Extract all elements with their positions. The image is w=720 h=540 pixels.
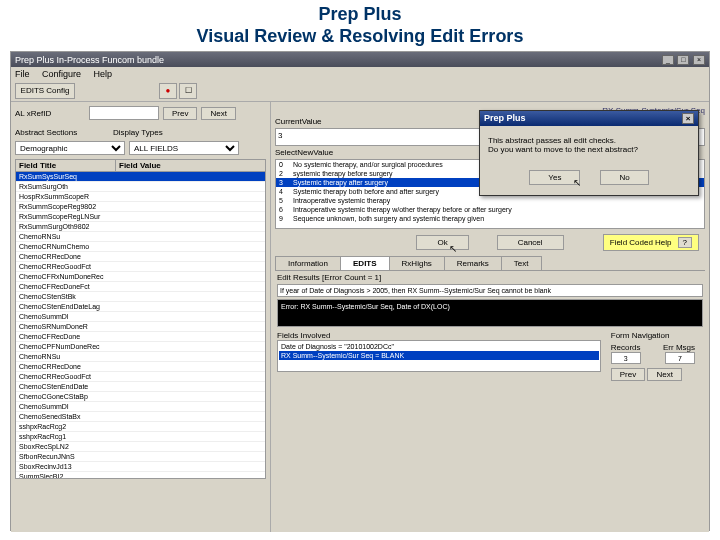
field-list-row[interactable]: ChemoCPFNumDoneRec xyxy=(16,342,265,352)
edits-tab-panel: Edit Results [Error Count = 1] If year o… xyxy=(275,271,705,383)
select-option-row[interactable]: 5Intraoperative systemic therapy xyxy=(276,196,704,205)
dialog-no-button[interactable]: No xyxy=(600,170,648,185)
field-list-row[interactable]: RxSummSurgOth9802 xyxy=(16,222,265,232)
dialog-line2: Do you want to move to the next abstract… xyxy=(488,145,690,154)
field-list-row[interactable]: ChemoCRRecGoodFct xyxy=(16,372,265,382)
edits-config-button[interactable]: EDITS Config xyxy=(15,83,75,99)
field-list-row[interactable]: ChemoCFRecDoneFct xyxy=(16,282,265,292)
dialog-line1: This abstract passes all edit checks. xyxy=(488,136,690,145)
window-controls: _ □ × xyxy=(661,54,705,65)
field-list-row[interactable]: SboxRecinvJd13 xyxy=(16,462,265,472)
prev-button[interactable]: Prev xyxy=(163,107,197,120)
fields-involved-label: Fields Involved xyxy=(277,331,601,340)
edit-results-box: If year of Date of Diagnosis > 2005, the… xyxy=(277,284,703,297)
field-list-row[interactable]: ChemoCRRecDone xyxy=(16,252,265,262)
titlebar: Prep Plus In-Process Funcom bundle _ □ × xyxy=(11,52,709,67)
ok-button[interactable]: Ok xyxy=(416,235,468,250)
toolbar: EDITS Config ● ☐ xyxy=(11,81,709,102)
exit-icon[interactable]: ☐ xyxy=(179,83,197,99)
right-panel: RX Summ-Systemic/Sur Seq CurrentValue 3 … xyxy=(271,102,709,532)
tab-remarks[interactable]: Remarks xyxy=(444,256,502,270)
form-navigation: Form Navigation Records Err Msgs Prev Ne… xyxy=(611,331,703,381)
field-list-row[interactable]: ChemoSenedStaBx xyxy=(16,412,265,422)
sections-select[interactable]: Demographic xyxy=(15,141,125,155)
field-list-row[interactable]: sshpxRacRcg2 xyxy=(16,422,265,432)
field-list-row[interactable]: ChemoCRNumChemo xyxy=(16,242,265,252)
field-list-row[interactable]: SfbonRecunJNnS xyxy=(16,452,265,462)
menu-file[interactable]: File xyxy=(15,69,30,79)
refid-label: AL xRefID xyxy=(15,109,85,118)
col-field-title: Field Title xyxy=(16,160,116,171)
cursor-icon: ↖ xyxy=(573,177,581,188)
tab-rxhighs[interactable]: RxHighs xyxy=(389,256,445,270)
nav-prev-button[interactable]: Prev xyxy=(611,368,645,381)
sections-label: Abstract Sections xyxy=(15,128,85,137)
help-icon[interactable]: ? xyxy=(678,237,692,248)
menubar: File Configure Help xyxy=(11,67,709,81)
menu-configure[interactable]: Configure xyxy=(42,69,81,79)
field-list-row[interactable]: ChemoCRRecDone xyxy=(16,362,265,372)
left-panel: AL xRefID Prev Next Abstract Sections Di… xyxy=(11,102,271,532)
col-field-value: Field Value xyxy=(116,160,265,171)
field-list-row[interactable]: ChemoSummDI xyxy=(16,402,265,412)
field-coded-help[interactable]: Field Coded Help ? xyxy=(603,234,699,251)
slide-title-1: Prep Plus xyxy=(0,4,720,26)
select-option-row[interactable]: 6Intraoperative systemic therapy w/other… xyxy=(276,205,704,214)
fields-involved-row[interactable]: RX Summ--Systemic/Sur Seq = BLANK xyxy=(279,351,599,360)
field-list-row[interactable]: ChemoCFRxNumDoneRec xyxy=(16,272,265,282)
dialog-close-icon[interactable]: × xyxy=(682,113,694,124)
field-list-row[interactable]: RxSummScopeReg9802 xyxy=(16,202,265,212)
fields-involved-list[interactable]: Date of Diagnosis = "20101002DCc"RX Summ… xyxy=(277,340,601,372)
window-title: Prep Plus In-Process Funcom bundle xyxy=(15,55,164,65)
cancel-button[interactable]: Cancel xyxy=(497,235,564,250)
error-box: Error: RX Summ--Systemic/Sur Seq, Date o… xyxy=(277,299,703,327)
field-list-row[interactable]: SboxRecSpLN2 xyxy=(16,442,265,452)
dialog-yes-label: Yes xyxy=(548,173,561,182)
refid-input[interactable] xyxy=(89,106,159,120)
minimize-icon[interactable]: _ xyxy=(662,55,674,65)
field-list-row[interactable]: sshpxRacRcg1 xyxy=(16,432,265,442)
tabs: InformationEDITSRxHighsRemarksText xyxy=(275,256,705,271)
help-label: Field Coded Help xyxy=(610,238,672,247)
fields-involved-row[interactable]: Date of Diagnosis = "20101002DCc" xyxy=(279,342,599,351)
field-list-row[interactable]: ChemoCStenEndDateLag xyxy=(16,302,265,312)
error-text: RX Summ--Systemic/Sur Seq, Date of DX(LO… xyxy=(300,303,449,310)
form-nav-label: Form Navigation xyxy=(611,331,703,340)
errmsgs-value xyxy=(665,352,695,364)
records-label: Records xyxy=(611,343,651,352)
records-value xyxy=(611,352,641,364)
field-list-row[interactable]: ChemoSummDl xyxy=(16,312,265,322)
field-list-row[interactable]: ChemoRNSu xyxy=(16,232,265,242)
dialog-yes-button[interactable]: Yes ↖ xyxy=(529,170,580,185)
stop-icon[interactable]: ● xyxy=(159,83,177,99)
field-list[interactable]: Field Title Field Value RxSumSysSurSeqRx… xyxy=(15,159,266,479)
field-list-row[interactable]: ChemoCGoneCStaBp xyxy=(16,392,265,402)
field-list-row[interactable]: RxSumSysSurSeq xyxy=(16,172,265,182)
tab-text[interactable]: Text xyxy=(501,256,542,270)
confirm-dialog: Prep Plus × This abstract passes all edi… xyxy=(479,110,699,196)
errmsgs-label: Err Msgs xyxy=(663,343,703,352)
tab-edits[interactable]: EDITS xyxy=(340,256,390,270)
field-list-row[interactable]: ChemoCRRecGoodFct xyxy=(16,262,265,272)
next-button[interactable]: Next xyxy=(201,107,235,120)
close-icon[interactable]: × xyxy=(693,55,705,65)
select-option-row[interactable]: 9Sequence unknown, both surgery and syst… xyxy=(276,214,704,223)
display-select[interactable]: ALL FIELDS xyxy=(129,141,239,155)
field-list-row[interactable]: ChemoSRNumDoneR xyxy=(16,322,265,332)
field-list-row[interactable]: ChemoCFRecDone xyxy=(16,332,265,342)
display-label: Display Types xyxy=(113,128,183,137)
field-list-row[interactable]: ChemoRNSu xyxy=(16,352,265,362)
edit-results-label: Edit Results [Error Count = 1] xyxy=(277,273,703,282)
menu-help[interactable]: Help xyxy=(94,69,113,79)
field-list-row[interactable]: RxSummScopeRegLNSur xyxy=(16,212,265,222)
field-list-row[interactable]: HospRxSummScopeR xyxy=(16,192,265,202)
field-list-row[interactable]: RxSumSurgOth xyxy=(16,182,265,192)
field-list-row[interactable]: SummSlecBI2 xyxy=(16,472,265,479)
slide-title-2: Visual Review & Resolving Edit Errors xyxy=(0,26,720,48)
tab-information[interactable]: Information xyxy=(275,256,341,270)
field-list-row[interactable]: ChemoCStenEndDate xyxy=(16,382,265,392)
maximize-icon[interactable]: □ xyxy=(677,55,689,65)
nav-next-button[interactable]: Next xyxy=(647,368,681,381)
app-window: Prep Plus In-Process Funcom bundle _ □ ×… xyxy=(10,51,710,531)
field-list-row[interactable]: ChemoCStenStBk xyxy=(16,292,265,302)
